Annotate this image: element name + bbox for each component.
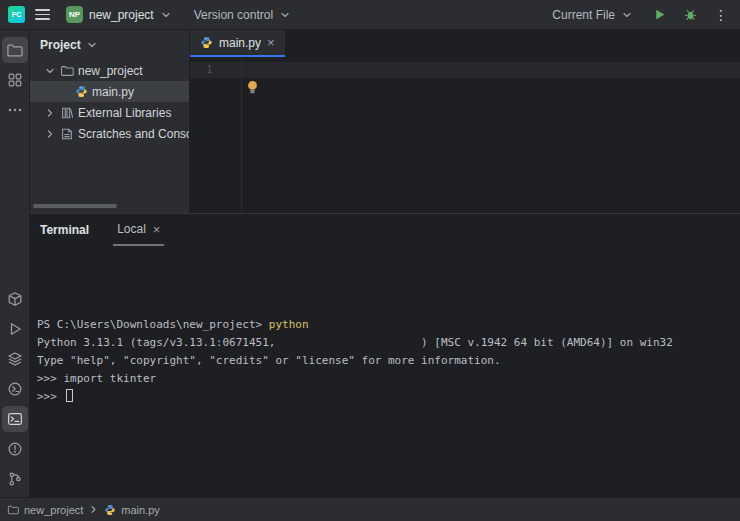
chevron-down-icon[interactable]: [44, 65, 56, 77]
breadcrumb-file[interactable]: main.py: [121, 504, 160, 516]
editor-tab-bar: main.py ×: [190, 30, 740, 58]
version-control-label: Version control: [194, 8, 273, 22]
python-file-icon: [200, 36, 213, 49]
git-branch-icon: [7, 471, 23, 487]
run-configuration-selector[interactable]: Current File: [546, 3, 639, 27]
problems-icon: [7, 441, 23, 457]
project-folder-icon: [6, 42, 23, 59]
project-name: new_project: [89, 8, 154, 22]
libraries-icon: [60, 106, 74, 120]
services-icon: [7, 351, 23, 367]
terminal-line: Python 3.13.1 (tags/v3.13.1:0671451, ) […: [37, 334, 740, 352]
tree-item-label: External Libraries: [78, 106, 171, 120]
terminal-line: >>> import tkinter: [37, 370, 740, 388]
breadcrumb-project[interactable]: new_project: [24, 504, 83, 516]
folder-icon: [60, 64, 74, 78]
terminal-panel: Terminal Local × PS C:\Users\Downloads\n…: [30, 213, 740, 497]
folder-icon: [7, 504, 19, 516]
horizontal-scrollbar[interactable]: [33, 204, 117, 208]
tree-item-scratches[interactable]: Scratches and Consoles: [30, 123, 189, 144]
terminal-tab-local[interactable]: Local ×: [113, 214, 164, 246]
scratches-icon: [60, 127, 74, 141]
services-tool-button[interactable]: [2, 346, 28, 372]
pycharm-window: PC NP new_project Version control Curren…: [0, 0, 740, 521]
tool-window-rail: [0, 30, 30, 497]
terminal-cursor: [66, 389, 73, 402]
tree-item-main-py[interactable]: main.py: [30, 81, 189, 102]
status-bar: new_project main.py: [0, 497, 740, 521]
tree-item-label: main.py: [92, 85, 134, 99]
python-file-icon: [75, 85, 88, 98]
editor-area: main.py × 1: [190, 30, 740, 213]
version-control-widget[interactable]: Version control: [188, 3, 297, 27]
python-file-icon: [104, 504, 116, 516]
run-config-label: Current File: [552, 8, 615, 22]
project-panel: Project new_project main.py: [30, 30, 190, 213]
editor-tab-main-py[interactable]: main.py ×: [190, 30, 285, 57]
project-tool-button[interactable]: [2, 37, 28, 63]
tree-item-new-project[interactable]: new_project: [30, 60, 189, 81]
terminal-header: Terminal Local ×: [30, 214, 740, 246]
debug-button[interactable]: [679, 4, 701, 26]
terminal-line: >>>: [37, 388, 740, 406]
chevron-down-icon: [621, 9, 633, 21]
version-control-tool-button[interactable]: [2, 466, 28, 492]
more-tool-windows-button[interactable]: [2, 97, 28, 123]
terminal-output[interactable]: PS C:\Users\Downloads\new_project> pytho…: [30, 246, 740, 497]
pycharm-logo-icon: PC: [8, 6, 25, 23]
chevron-down-icon: [160, 9, 172, 21]
chevron-right-icon: [88, 504, 99, 515]
project-widget[interactable]: NP new_project: [60, 3, 178, 27]
terminal-line: Type "help", "copyright", "credits" or "…: [37, 352, 740, 370]
close-terminal-tab-icon[interactable]: ×: [153, 223, 161, 236]
run-tool-button[interactable]: [2, 316, 28, 342]
bug-icon: [683, 7, 698, 22]
project-tree: new_project main.py External Libraries: [30, 60, 189, 213]
python-console-icon: [7, 381, 23, 397]
tree-item-external-libraries[interactable]: External Libraries: [30, 102, 189, 123]
project-badge: NP: [66, 6, 83, 23]
project-panel-header[interactable]: Project: [30, 30, 189, 60]
close-tab-icon[interactable]: ×: [267, 36, 275, 49]
code-editor[interactable]: 1: [190, 58, 740, 213]
terminal-panel-title: Terminal: [40, 223, 89, 237]
terminal-icon: [7, 411, 23, 427]
chevron-down-icon: [279, 9, 291, 21]
run-button[interactable]: [648, 4, 670, 26]
python-packages-tool-button[interactable]: [2, 286, 28, 312]
chevron-down-icon: [86, 39, 98, 51]
line-number: 1: [206, 63, 213, 76]
main-menu-icon[interactable]: [35, 9, 50, 20]
title-bar: PC NP new_project Version control Curren…: [0, 0, 740, 30]
editor-gutter: 1: [190, 58, 242, 213]
kebab-icon: ⋮: [714, 8, 728, 22]
python-packages-icon: [7, 291, 23, 307]
more-menu-button[interactable]: ⋮: [710, 4, 732, 26]
intention-bulb-icon[interactable]: [246, 80, 259, 98]
run-icon: [7, 321, 23, 337]
caret-line-highlight: [190, 62, 740, 78]
terminal-tab-label: Local: [117, 222, 146, 236]
terminal-line: PS C:\Users\Downloads\new_project> pytho…: [37, 316, 740, 334]
play-icon: [652, 7, 667, 22]
project-panel-title: Project: [40, 38, 81, 52]
problems-tool-button[interactable]: [2, 436, 28, 462]
structure-tool-button[interactable]: [2, 67, 28, 93]
tree-item-label: Scratches and Consoles: [78, 127, 189, 141]
chevron-right-icon[interactable]: [44, 107, 56, 119]
terminal-tool-button[interactable]: [2, 406, 28, 432]
chevron-right-icon[interactable]: [44, 128, 56, 140]
tree-item-label: new_project: [78, 64, 143, 78]
editor-tab-label: main.py: [219, 36, 261, 50]
more-horizontal-icon: [7, 102, 23, 118]
python-console-tool-button[interactable]: [2, 376, 28, 402]
structure-icon: [7, 72, 23, 88]
